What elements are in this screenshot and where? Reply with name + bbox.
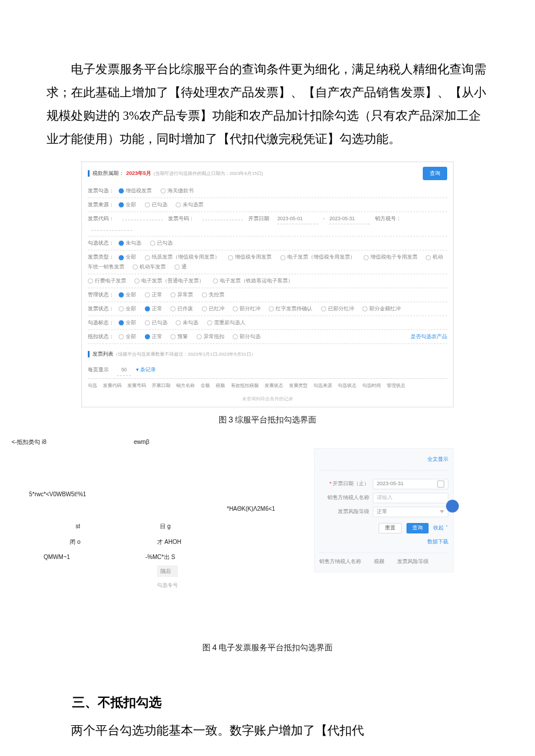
f3-row-check-status: 勾选状态： 未勾选 已勾选	[88, 236, 447, 250]
radio-option[interactable]: 增值税专用发票	[228, 254, 272, 260]
field-date-end: *开票日期（止） 2023-05-31	[319, 479, 448, 489]
full-display-link[interactable]: 全文显示	[319, 452, 448, 471]
radio-option[interactable]: 全部	[119, 306, 136, 311]
radio-option[interactable]: 红字发票待确认	[269, 306, 312, 311]
radio-option[interactable]: 失控票	[202, 292, 224, 298]
radio-option[interactable]: 已勾选	[145, 202, 167, 207]
label: 发票号码：	[168, 216, 194, 221]
radio-option[interactable]: 未勾选票	[176, 202, 204, 207]
radio-option[interactable]: 已勾选	[150, 240, 173, 246]
radio-option[interactable]: 部分勾选	[233, 334, 261, 339]
th: 有效抵扣税额	[231, 381, 259, 390]
figure-3-caption: 图 3 综服平台抵扣勾选界面	[47, 412, 488, 428]
th: 销售方纳税人名称	[319, 557, 361, 566]
radio-option[interactable]: 已勾选	[145, 320, 167, 325]
radio-option[interactable]: 正常	[145, 292, 162, 298]
seller-tax-input[interactable]	[91, 230, 132, 231]
label: 勾选标志：	[88, 320, 114, 325]
date-to-input[interactable]: 2023-05-31	[329, 214, 370, 224]
field-seller-name: 销售方纳税人名称 请输入	[319, 493, 448, 503]
pager-label: 每页显示	[88, 367, 109, 372]
risk-select[interactable]: 正常	[373, 507, 448, 517]
radio-option[interactable]: 预警	[170, 334, 188, 339]
label: 发票勾选：	[88, 188, 114, 194]
th: 发票号码	[127, 381, 146, 390]
radio-option[interactable]: 通	[174, 264, 187, 270]
assistant-avatar-icon[interactable]	[446, 500, 459, 513]
seller-input[interactable]: 请输入	[373, 493, 448, 503]
date-input[interactable]: 2023-05-31	[373, 479, 448, 489]
radio-option[interactable]: 已作废	[170, 306, 193, 311]
section-3-title: 三、不抵扣勾选	[47, 690, 488, 715]
download-link[interactable]: 数据下载	[319, 537, 448, 547]
figure-4: <-抵扣类勾 i8 ewmβ 5*rwc*<V0WBW5t!%1 *HAΘK(K…	[12, 436, 454, 611]
radio-option[interactable]: 异常抵扣	[197, 334, 224, 339]
radio-option[interactable]: 正常	[145, 334, 162, 339]
radio-option[interactable]: 电子发票（铁路客运电子客票）	[213, 278, 293, 284]
f4-table-header: 销售方纳税人名称 税额 发票风险等级	[319, 553, 448, 566]
radio-option[interactable]: 纸质发票（增值税专用发票）	[145, 254, 220, 260]
field-label: 销售方纳税人名称	[319, 493, 373, 503]
query-button[interactable]: 查询	[423, 167, 447, 180]
f3-row-manage: 管理状态： 全部 正常 异常票 失控票	[88, 288, 447, 302]
radio-option[interactable]: 增值税发票	[119, 188, 152, 194]
garbled-text: <-抵扣类勾 i8	[12, 436, 47, 447]
radio-option[interactable]: 需重新勾选人	[207, 320, 245, 325]
garbled-text: 才 AHOH	[157, 536, 181, 547]
f3-period-hint: (当期可进行勾选操作的截止日期为：2023年6月15日)	[154, 169, 263, 178]
th: 开票日期	[152, 381, 170, 390]
reset-button[interactable]: 重置	[379, 523, 402, 533]
f3-pager: 每页显示 50 ▾ 条记录	[88, 363, 447, 378]
garbled-text: 目 g	[160, 521, 170, 532]
radio-option[interactable]: 已部分红冲	[321, 306, 354, 311]
th: 勾选来源	[313, 381, 332, 390]
radio-option[interactable]: 部分金额红冲	[362, 306, 401, 311]
th: 发票风险等级	[397, 557, 429, 566]
f3-row-type-cont: 行费电子发票 电子发票（普通电子发票） 电子发票（铁路客运电子客票）	[88, 274, 447, 288]
th: 发票状态	[265, 381, 283, 390]
th: 税额	[216, 381, 225, 390]
radio-option[interactable]: 正常	[145, 306, 162, 311]
invoice-code-input[interactable]	[122, 219, 163, 220]
radio-option[interactable]: 全部	[119, 334, 136, 339]
radio-option[interactable]: 海关缴款书	[160, 188, 194, 194]
th: 金额	[201, 381, 210, 390]
label: 发票类型：	[88, 254, 114, 260]
radio-option[interactable]: 全部	[119, 292, 136, 298]
label: 发票来源：	[88, 202, 114, 207]
f3-row-deduct: 抵扣状态： 全部 正常 预警 异常抵扣 部分勾选 是否勾选农产品	[88, 329, 447, 343]
th: 勾选状态	[338, 381, 356, 390]
th: 勾选	[88, 381, 97, 390]
th: 发票类型	[289, 381, 308, 390]
radio-option[interactable]: 增值税电子专用发票	[363, 254, 418, 260]
radio-option[interactable]: 行费电子发票	[88, 278, 126, 284]
radio-option[interactable]: 未勾选	[176, 320, 198, 325]
garbled-text: ewmβ	[134, 436, 149, 447]
radio-option[interactable]: 部分红冲	[233, 306, 261, 311]
garbled-text: -%MC*出 S	[145, 551, 175, 562]
radio-option[interactable]: 未勾选	[119, 240, 141, 246]
figure-3-panel: 税款所属期： 2023年5月 (当期可进行勾选操作的截止日期为：2023年6月1…	[81, 162, 454, 407]
f3-row-source: 发票来源： 全部 已勾选 未勾选票	[88, 198, 447, 212]
radio-option[interactable]: 电子发票（普通电子发票）	[134, 278, 204, 284]
radio-option[interactable]: 已红冲	[202, 306, 224, 311]
figure-3: 税款所属期： 2023年5月 (当期可进行勾选操作的截止日期为：2023年6月1…	[81, 162, 454, 407]
radio-option[interactable]: 异常票	[170, 292, 193, 298]
th: 销方名称	[176, 381, 195, 390]
f3-row-type: 发票类型： 全部 纸质发票（增值税专用发票） 增值税专用发票 电子发票（增值税专…	[88, 250, 447, 273]
radio-option[interactable]: 机动车发票	[133, 264, 166, 270]
collapse-link[interactable]: 收起 ˄	[433, 523, 448, 533]
query-button[interactable]: 查询	[406, 523, 429, 533]
f3-row-codes: 发票代码： 发票号码： 开票日期 2023-05-01 - 2023-05-31…	[88, 212, 447, 236]
radio-option[interactable]: 全部	[119, 320, 136, 325]
radio-option[interactable]: 全部	[119, 202, 136, 207]
section-bar-icon	[88, 351, 90, 357]
f3-row-invoice-check: 发票勾选： 增值税发票 海关缴款书	[88, 184, 447, 198]
pager-unit: ▾ 条记录	[136, 367, 156, 372]
date-from-input[interactable]: 2023-05-01	[277, 214, 318, 224]
radio-option[interactable]: 电子发票（增值税专用发票）	[280, 254, 355, 260]
page-size-input[interactable]: 50	[117, 365, 131, 375]
agri-checkbox-link[interactable]: 是否勾选农产品	[411, 332, 447, 341]
radio-option[interactable]: 全部	[119, 254, 136, 260]
invoice-number-input[interactable]	[202, 219, 243, 220]
